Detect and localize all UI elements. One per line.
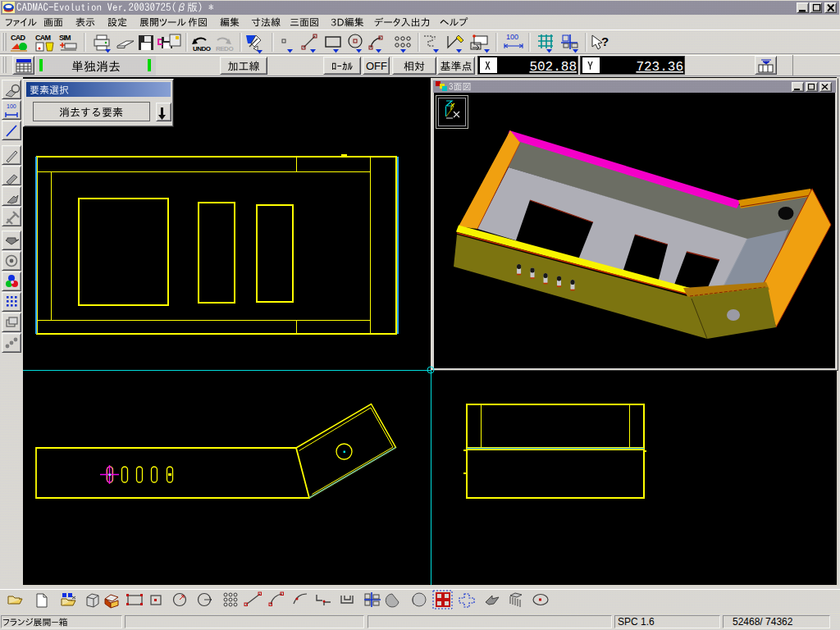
svg-text:100: 100 <box>7 103 16 109</box>
